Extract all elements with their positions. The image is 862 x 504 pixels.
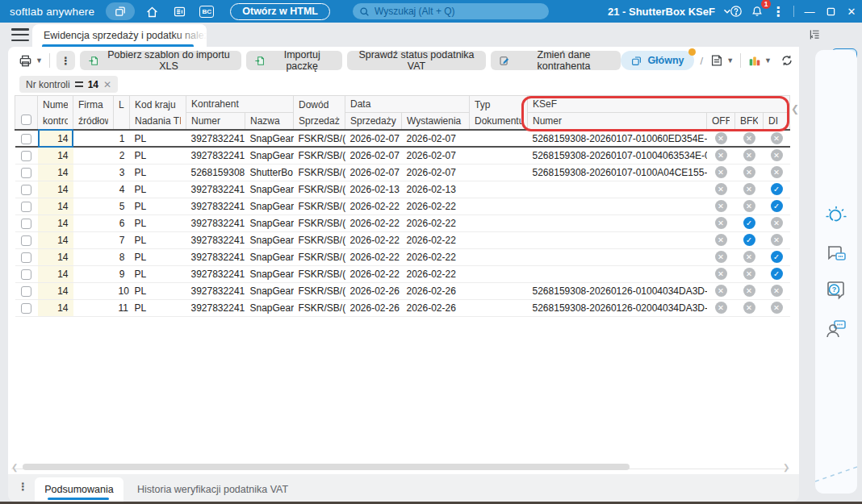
cell-typ[interactable] (470, 198, 528, 215)
help-icon[interactable] (726, 2, 747, 20)
cell-off[interactable]: ✕ (707, 231, 735, 248)
cell-dwy[interactable]: 2026-02-22 (402, 198, 470, 215)
cell-nr[interactable]: 14 (38, 282, 73, 299)
cell-lp[interactable]: 9 (114, 265, 130, 282)
table-row[interactable]: 1410PL3927832241SnapGearFSKR/SB/(2026-02… (15, 282, 790, 299)
cell-firma[interactable] (73, 248, 114, 265)
cell-dowod[interactable]: FSKR/SB/( (294, 198, 345, 215)
cell-kod[interactable]: PL (130, 248, 186, 265)
maximize-icon[interactable] (820, 0, 841, 23)
cell-knazwa[interactable]: SnapGear (245, 265, 294, 282)
cell-dowod[interactable]: FSKR/SB/( (294, 265, 345, 282)
chat-icon[interactable] (824, 242, 848, 266)
panel-list-icon[interactable] (808, 27, 822, 41)
col-group-data[interactable]: Data (345, 96, 470, 113)
cell-knum[interactable]: 3927832241 (186, 147, 245, 164)
cell-off[interactable]: ✕ (707, 164, 735, 181)
table-row[interactable]: 147PL3927832241SnapGearFSKR/SB/(2026-02-… (15, 231, 790, 248)
cell-dwy[interactable]: 2026-02-22 (402, 231, 470, 248)
row-select-cell[interactable] (15, 299, 38, 316)
cell-ksef[interactable] (528, 265, 707, 282)
change-contractor-button[interactable]: Zmień dane kontrahenta (491, 51, 621, 70)
cell-dsp[interactable]: 2026-02-07 (345, 164, 402, 181)
cell-knum[interactable]: 3927832241 (186, 299, 245, 316)
cell-nr[interactable]: 14 (38, 248, 73, 265)
cell-bfk[interactable]: ✕ (735, 164, 764, 181)
cell-kod[interactable]: PL (130, 130, 186, 147)
cell-dowod[interactable]: FSKR/SB/( (294, 147, 345, 164)
cell-typ[interactable] (470, 215, 528, 231)
kebab-icon[interactable]: ⋮ (768, 2, 789, 20)
cell-knum[interactable]: 3927832241 (186, 248, 245, 265)
cell-bfk[interactable]: ✕ (735, 130, 764, 147)
cell-di[interactable]: ✕ (764, 147, 790, 164)
cell-nr[interactable]: 14 (38, 181, 73, 198)
bottom-kebab-icon[interactable]: ⋮ (18, 481, 28, 493)
cell-typ[interactable] (470, 282, 528, 299)
scroll-left-icon[interactable]: ❮ (11, 463, 18, 472)
cell-firma[interactable] (73, 299, 114, 316)
cell-typ[interactable] (470, 299, 528, 316)
col-header-kontrahent-numer[interactable]: Numer (186, 113, 245, 131)
cell-off[interactable]: ✕ (707, 282, 735, 299)
cell-dsp[interactable]: 2026-02-22 (345, 215, 402, 231)
row-select-cell[interactable] (15, 215, 38, 231)
col-header-kontrahent-nazwa[interactable]: Nazwa (245, 113, 294, 131)
cell-knazwa[interactable]: SnapGear (245, 181, 294, 198)
cell-ksef[interactable]: 5268159308-20260107-010060ED354E-33 (528, 130, 707, 147)
row-select-cell[interactable] (15, 265, 38, 282)
cell-di[interactable]: ✕ (764, 299, 790, 316)
table-row[interactable]: 149PL3927832241SnapGearFSKR/SB/(2026-02-… (15, 265, 790, 282)
cell-knazwa[interactable]: SnapGear (245, 130, 294, 147)
cell-dowod[interactable]: FSKR/SB/( (294, 181, 345, 198)
cell-knazwa[interactable]: SnapGear (245, 299, 294, 316)
cell-bfk[interactable]: ✕ (735, 282, 764, 299)
col-header-bfk[interactable]: BFK (735, 113, 764, 131)
refresh-icon[interactable] (780, 53, 794, 68)
cell-lp[interactable]: 1 (114, 130, 130, 147)
cell-firma[interactable] (73, 164, 114, 181)
cell-typ[interactable] (470, 130, 528, 147)
row-select-cell[interactable] (15, 181, 38, 198)
col-header-kod-kraju[interactable]: Kod krajuNadania TIN (130, 96, 186, 131)
cell-dwy[interactable]: 2026-02-22 (402, 265, 470, 282)
cell-di[interactable]: ✓ (764, 265, 790, 282)
cell-firma[interactable] (73, 181, 114, 198)
cell-di[interactable]: ✕ (764, 282, 790, 299)
cell-typ[interactable] (470, 265, 528, 282)
minimize-icon[interactable]: — (799, 0, 820, 23)
cell-kod[interactable]: PL (130, 299, 186, 316)
cell-kod[interactable]: PL (130, 215, 186, 231)
cell-di[interactable]: ✕ (764, 164, 790, 181)
cell-lp[interactable]: 6 (114, 215, 130, 231)
bc-icon[interactable]: BC (196, 2, 217, 20)
table-row[interactable]: 148PL3927832241SnapGearFSKR/SB/(2026-02-… (15, 248, 790, 265)
cell-dsp[interactable]: 2026-02-07 (345, 147, 402, 164)
cell-lp[interactable]: 7 (114, 231, 130, 248)
table-row[interactable]: 143PL5268159308ShutterBoFSKR/SB/(2026-02… (15, 164, 790, 181)
table-row[interactable]: 142PL3927832241SnapGearFSKR/SB/(2026-02-… (15, 147, 790, 164)
remove-filter-icon[interactable]: ✕ (103, 79, 111, 90)
cell-bfk[interactable]: ✕ (735, 147, 764, 164)
cell-knazwa[interactable]: SnapGear (245, 231, 294, 248)
cell-ksef[interactable] (528, 231, 707, 248)
open-in-html-button[interactable]: Otwórz w HTML (230, 3, 330, 20)
cell-typ[interactable] (470, 248, 528, 265)
cell-ksef[interactable] (528, 181, 707, 198)
cell-firma[interactable] (73, 215, 114, 231)
cell-firma[interactable] (73, 130, 114, 147)
row-select-cell[interactable] (15, 130, 38, 147)
cell-di[interactable]: ✓ (764, 181, 790, 198)
cell-knum[interactable]: 3927832241 (186, 215, 245, 231)
cell-off[interactable]: ✕ (707, 299, 735, 316)
cell-di[interactable]: ✓ (764, 198, 790, 215)
cell-kod[interactable]: PL (130, 282, 186, 299)
view-selector-glowny[interactable]: Główny (621, 51, 693, 70)
cell-knum[interactable]: 3927832241 (186, 265, 245, 282)
table-row[interactable]: 146PL3927832241SnapGearFSKR/SB/(2026-02-… (15, 215, 790, 231)
cell-knazwa[interactable]: SnapGear (245, 282, 294, 299)
table-row[interactable]: 1411PL3927832241SnapGearFSKR/SB/(2026-02… (15, 299, 790, 316)
cell-dsp[interactable]: 2026-02-22 (345, 248, 402, 265)
collapse-columns-icon[interactable]: ❮ (791, 103, 799, 115)
col-group-ksef[interactable]: KSeF (528, 96, 790, 113)
